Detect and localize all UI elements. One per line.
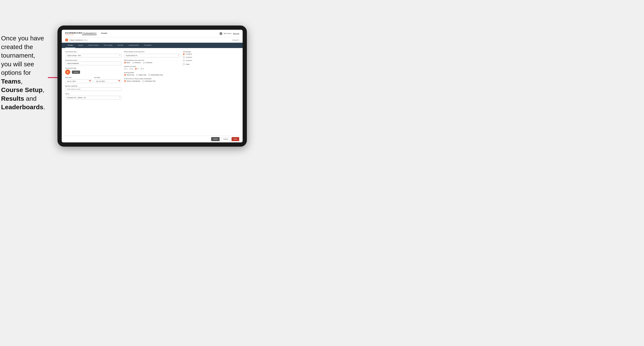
instruction-line3: tournament, bbox=[1, 52, 35, 59]
format-label: Format type bbox=[183, 51, 239, 52]
breadcrumb-tag: (Men) bbox=[84, 39, 88, 41]
cancel-button[interactable]: Cancel bbox=[221, 137, 230, 141]
scoring-stroke-radio[interactable] bbox=[124, 74, 126, 76]
scoring-medal[interactable]: Medal Match Play bbox=[148, 74, 163, 76]
tournament-name-input[interactable] bbox=[65, 62, 122, 65]
gender-combined-radio[interactable] bbox=[143, 62, 145, 64]
top-nav: SCOREBOARD Powered by clippd TOURNAMENTS… bbox=[62, 30, 242, 37]
tournament-host-select[interactable]: Clippd College - Men bbox=[65, 54, 122, 57]
gender-mens-radio[interactable] bbox=[124, 62, 126, 64]
tab-course-setup[interactable]: Course Setup bbox=[86, 43, 101, 48]
tournament-host-select-wrapper: Clippd College - Men bbox=[65, 53, 122, 57]
gender-mens[interactable]: Mens bbox=[124, 62, 130, 64]
venue-select[interactable]: Peachtree GC - Atlanta - GA bbox=[65, 96, 122, 99]
form-column-3: Format type 5 count 4 6 count 4 6 cou bbox=[183, 51, 239, 99]
nav-right: Test User | Sign out bbox=[220, 32, 239, 35]
format-6count4-radio[interactable] bbox=[183, 56, 185, 58]
start-date-label: Start date bbox=[65, 77, 92, 78]
sponsor-input[interactable] bbox=[65, 87, 122, 91]
tournament-logo-group: Tournament logo C Upload bbox=[65, 67, 122, 75]
division-select[interactable]: NCAA Division III bbox=[124, 54, 180, 57]
instruction-line5: options for bbox=[1, 69, 31, 76]
user-avatar bbox=[220, 32, 222, 35]
scoreboard-logo: SCOREBOARD Powered by clippd bbox=[65, 32, 82, 35]
tournament-host-label: Tournament Host bbox=[65, 51, 122, 52]
tab-leaderboards[interactable]: Leaderboards bbox=[126, 43, 141, 48]
scoring-radio-group: Stroke Play Match Play Medal Match Play bbox=[124, 74, 180, 76]
teams-plus[interactable]: Teams (+Individuals) bbox=[124, 80, 140, 82]
tablet-frame: SCOREBOARD Powered by clippd TOURNAMENTS… bbox=[58, 25, 247, 147]
format-5count4-radio[interactable] bbox=[183, 53, 185, 55]
venue-label: Venue bbox=[65, 93, 122, 95]
end-date-input[interactable] bbox=[94, 79, 121, 83]
gender-womens[interactable]: Womens bbox=[132, 62, 141, 64]
rounds-2[interactable]: 2 bbox=[130, 68, 133, 70]
tab-printables[interactable]: Printables bbox=[141, 43, 154, 48]
division-group: Which division is the event for? NCAA Di… bbox=[124, 51, 180, 57]
format-other[interactable]: Other bbox=[183, 63, 239, 65]
format-6count5[interactable]: 6 count 5 bbox=[183, 59, 239, 61]
scoring-match-radio[interactable] bbox=[136, 74, 138, 76]
rounds-1[interactable]: 1 bbox=[124, 68, 128, 70]
breadcrumb-bar: C Clippd Invitational (Men) Cancel X bbox=[62, 37, 242, 43]
start-date-group: Start date 📅 bbox=[65, 77, 92, 83]
form-column-2: Which division is the event for? NCAA Di… bbox=[124, 51, 180, 99]
instruction-bold3: Results bbox=[1, 95, 24, 102]
end-date-wrapper: 📅 bbox=[94, 79, 121, 83]
division-label: Which division is the event for? bbox=[124, 51, 180, 52]
format-5count4[interactable]: 5 count 4 bbox=[183, 53, 239, 55]
scoring-match[interactable]: Match Play bbox=[136, 74, 146, 76]
rounds-1-radio[interactable] bbox=[124, 68, 126, 70]
nav-teams[interactable]: TEAMS bbox=[101, 32, 108, 35]
instruction-bold2: Course Setup bbox=[1, 86, 42, 93]
logo-sub: Powered by clippd bbox=[65, 34, 82, 35]
gender-radio-group: Mens Womens Combined bbox=[124, 62, 180, 64]
signout-link[interactable]: Sign out bbox=[233, 32, 239, 34]
tab-teams[interactable]: Teams bbox=[75, 43, 86, 48]
cancel-breadcrumb[interactable]: Cancel X bbox=[232, 39, 239, 41]
format-other-radio[interactable] bbox=[183, 63, 185, 65]
delete-button[interactable]: Delete bbox=[211, 137, 220, 141]
sponsor-label: Sponsor (optional) bbox=[65, 85, 122, 87]
gender-combined[interactable]: Combined bbox=[143, 62, 152, 64]
rounds-4-radio[interactable] bbox=[140, 68, 142, 70]
teams-plus-radio[interactable] bbox=[124, 80, 126, 82]
upload-button[interactable]: Upload bbox=[72, 71, 80, 74]
tournament-name-label: Tournament name bbox=[65, 59, 122, 61]
format-6count5-radio[interactable] bbox=[183, 59, 185, 61]
tab-details[interactable]: Details bbox=[65, 43, 75, 48]
teams-radio-group: Teams (+Individuals) Individuals Only bbox=[124, 80, 180, 82]
start-date-input[interactable] bbox=[65, 79, 92, 83]
scoring-stroke[interactable]: Stroke Play bbox=[124, 74, 134, 76]
gender-womens-radio[interactable] bbox=[132, 62, 134, 64]
rounds-label: Number of rounds bbox=[124, 66, 180, 67]
rounds-4[interactable]: 4 bbox=[140, 68, 144, 70]
logo-text: SCOREBOARD bbox=[65, 32, 82, 34]
rounds-group: Number of rounds 1 2 3 bbox=[124, 66, 180, 70]
teams-group: Is this event for Teams and/or Individua… bbox=[124, 78, 180, 82]
date-row: Start date 📅 End date 📅 bbox=[65, 77, 122, 83]
format-6count4[interactable]: 6 count 4 bbox=[183, 56, 239, 58]
rounds-3-radio[interactable] bbox=[135, 68, 137, 70]
tab-results[interactable]: Results bbox=[115, 43, 126, 48]
instruction-line4: you will see bbox=[1, 61, 34, 68]
form-column-1: Tournament Host Clippd College - Men Tou… bbox=[65, 51, 122, 99]
individuals-only[interactable]: Individuals Only bbox=[142, 80, 155, 82]
teams-label: Is this event for Teams and/or Individua… bbox=[124, 78, 180, 79]
tablet-screen: SCOREBOARD Powered by clippd TOURNAMENTS… bbox=[62, 30, 242, 142]
individuals-only-radio[interactable] bbox=[142, 80, 144, 82]
instruction-bold4: Leaderboards bbox=[1, 104, 43, 111]
save-button[interactable]: Save bbox=[232, 137, 239, 141]
nav-tournaments[interactable]: TOURNAMENTS bbox=[82, 32, 96, 35]
rounds-2-radio[interactable] bbox=[130, 68, 132, 70]
content-area: Tournament Host Clippd College - Men Tou… bbox=[62, 48, 242, 136]
gender-group: Which gender is the event for? Mens Wome… bbox=[124, 59, 180, 64]
rounds-3[interactable]: 3 bbox=[135, 68, 138, 70]
gender-label: Which gender is the event for? bbox=[124, 59, 180, 61]
scoring-medal-radio[interactable] bbox=[148, 74, 150, 76]
start-date-icon: 📅 bbox=[89, 80, 91, 82]
rounds-radio-group: 1 2 3 4 bbox=[124, 68, 180, 70]
scoring-label: Scoring system bbox=[124, 72, 180, 73]
nav-items: TOURNAMENTS TEAMS bbox=[82, 32, 220, 35]
tab-tee-groups[interactable]: Tee Groups bbox=[101, 43, 115, 48]
